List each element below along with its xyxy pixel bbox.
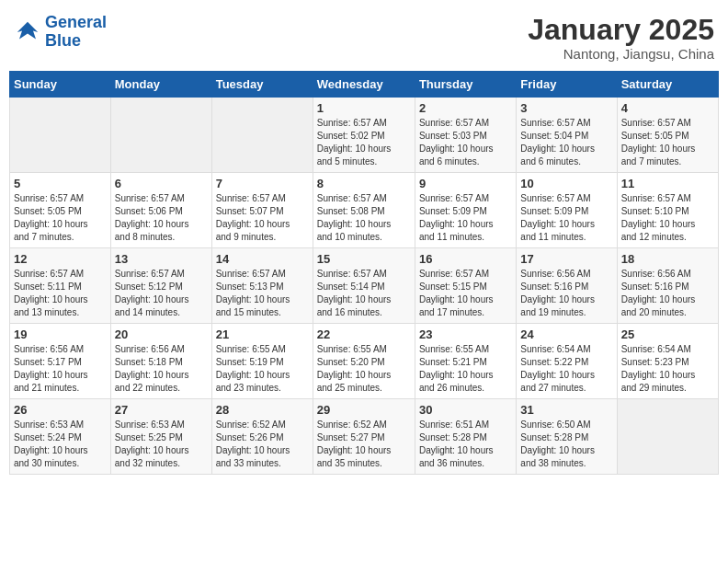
calendar-week-4: 19Sunrise: 6:56 AM Sunset: 5:17 PM Dayli…	[10, 324, 719, 399]
day-number: 30	[419, 403, 512, 417]
day-number: 7	[216, 177, 309, 190]
calendar-week-5: 26Sunrise: 6:53 AM Sunset: 5:24 PM Dayli…	[10, 399, 719, 475]
day-number: 3	[520, 101, 612, 115]
day-number: 11	[621, 177, 714, 190]
calendar-cell: 20Sunrise: 6:56 AM Sunset: 5:18 PM Dayli…	[110, 324, 211, 399]
day-number: 6	[115, 177, 208, 190]
day-info: Sunrise: 6:57 AM Sunset: 5:03 PM Dayligh…	[419, 117, 512, 168]
day-number: 21	[216, 327, 309, 341]
calendar-cell: 4Sunrise: 6:57 AM Sunset: 5:05 PM Daylig…	[617, 98, 718, 173]
day-number: 15	[317, 252, 411, 266]
calendar-cell: 14Sunrise: 6:57 AM Sunset: 5:13 PM Dayli…	[211, 248, 313, 324]
day-info: Sunrise: 6:57 AM Sunset: 5:12 PM Dayligh…	[115, 268, 208, 319]
day-info: Sunrise: 6:56 AM Sunset: 5:16 PM Dayligh…	[520, 268, 612, 319]
day-info: Sunrise: 6:57 AM Sunset: 5:15 PM Dayligh…	[419, 268, 512, 319]
day-number: 12	[14, 252, 107, 266]
day-number: 23	[419, 327, 512, 341]
day-info: Sunrise: 6:52 AM Sunset: 5:26 PM Dayligh…	[216, 419, 309, 470]
day-info: Sunrise: 6:57 AM Sunset: 5:06 PM Dayligh…	[115, 192, 208, 244]
calendar-cell: 2Sunrise: 6:57 AM Sunset: 5:03 PM Daylig…	[415, 98, 516, 173]
day-number: 18	[621, 252, 714, 266]
day-info: Sunrise: 6:53 AM Sunset: 5:24 PM Dayligh…	[14, 419, 107, 470]
calendar-cell: 30Sunrise: 6:51 AM Sunset: 5:28 PM Dayli…	[415, 399, 516, 475]
day-info: Sunrise: 6:57 AM Sunset: 5:08 PM Dayligh…	[317, 192, 411, 244]
day-info: Sunrise: 6:57 AM Sunset: 5:05 PM Dayligh…	[621, 117, 714, 168]
day-number: 29	[317, 403, 411, 417]
day-number: 10	[520, 177, 612, 190]
calendar-cell: 12Sunrise: 6:57 AM Sunset: 5:11 PM Dayli…	[10, 248, 111, 324]
calendar-cell: 15Sunrise: 6:57 AM Sunset: 5:14 PM Dayli…	[313, 248, 415, 324]
day-info: Sunrise: 6:50 AM Sunset: 5:28 PM Dayligh…	[520, 419, 612, 470]
day-info: Sunrise: 6:56 AM Sunset: 5:17 PM Dayligh…	[14, 343, 107, 395]
title-block: January 2025 Nantong, Jiangsu, China	[528, 14, 714, 62]
day-number: 19	[14, 327, 107, 341]
col-header-tuesday: Tuesday	[211, 72, 313, 98]
day-info: Sunrise: 6:55 AM Sunset: 5:19 PM Dayligh…	[216, 343, 309, 395]
calendar-cell: 22Sunrise: 6:55 AM Sunset: 5:20 PM Dayli…	[313, 324, 415, 399]
day-info: Sunrise: 6:54 AM Sunset: 5:22 PM Dayligh…	[520, 343, 612, 395]
calendar-cell: 25Sunrise: 6:54 AM Sunset: 5:23 PM Dayli…	[617, 324, 718, 399]
day-number: 2	[419, 101, 512, 115]
col-header-thursday: Thursday	[415, 72, 516, 98]
day-info: Sunrise: 6:55 AM Sunset: 5:21 PM Dayligh…	[419, 343, 512, 395]
calendar-cell: 17Sunrise: 6:56 AM Sunset: 5:16 PM Dayli…	[517, 248, 617, 324]
calendar-cell: 19Sunrise: 6:56 AM Sunset: 5:17 PM Dayli…	[10, 324, 111, 399]
day-info: Sunrise: 6:51 AM Sunset: 5:28 PM Dayligh…	[419, 419, 512, 470]
calendar-cell: 26Sunrise: 6:53 AM Sunset: 5:24 PM Dayli…	[10, 399, 111, 475]
day-number: 22	[317, 327, 411, 341]
day-info: Sunrise: 6:54 AM Sunset: 5:23 PM Dayligh…	[621, 343, 714, 395]
day-info: Sunrise: 6:55 AM Sunset: 5:20 PM Dayligh…	[317, 343, 411, 395]
page-header: General Blue January 2025 Nantong, Jiang…	[9, 9, 719, 62]
day-info: Sunrise: 6:57 AM Sunset: 5:05 PM Dayligh…	[14, 192, 107, 244]
calendar-cell	[10, 98, 111, 173]
logo-icon	[14, 18, 41, 46]
logo: General Blue	[14, 14, 107, 51]
day-info: Sunrise: 6:57 AM Sunset: 5:04 PM Dayligh…	[520, 117, 612, 168]
day-number: 13	[115, 252, 208, 266]
calendar-cell: 16Sunrise: 6:57 AM Sunset: 5:15 PM Dayli…	[415, 248, 516, 324]
calendar-cell: 27Sunrise: 6:53 AM Sunset: 5:25 PM Dayli…	[110, 399, 211, 475]
calendar-cell: 21Sunrise: 6:55 AM Sunset: 5:19 PM Dayli…	[211, 324, 313, 399]
day-number: 26	[14, 403, 107, 417]
calendar-cell: 6Sunrise: 6:57 AM Sunset: 5:06 PM Daylig…	[110, 173, 211, 248]
day-number: 16	[419, 252, 512, 266]
calendar-cell: 11Sunrise: 6:57 AM Sunset: 5:10 PM Dayli…	[617, 173, 718, 248]
day-info: Sunrise: 6:57 AM Sunset: 5:11 PM Dayligh…	[14, 268, 107, 319]
calendar-header-row: SundayMondayTuesdayWednesdayThursdayFrid…	[10, 72, 719, 98]
calendar-cell: 10Sunrise: 6:57 AM Sunset: 5:09 PM Dayli…	[517, 173, 617, 248]
calendar-cell: 9Sunrise: 6:57 AM Sunset: 5:09 PM Daylig…	[415, 173, 516, 248]
day-number: 27	[115, 403, 208, 417]
logo-text: General Blue	[45, 14, 107, 51]
day-number: 20	[115, 327, 208, 341]
col-header-wednesday: Wednesday	[313, 72, 415, 98]
calendar-cell: 5Sunrise: 6:57 AM Sunset: 5:05 PM Daylig…	[10, 173, 111, 248]
day-info: Sunrise: 6:57 AM Sunset: 5:10 PM Dayligh…	[621, 192, 714, 244]
day-info: Sunrise: 6:57 AM Sunset: 5:14 PM Dayligh…	[317, 268, 411, 319]
day-number: 5	[14, 177, 107, 190]
col-header-friday: Friday	[517, 72, 617, 98]
calendar-cell: 1Sunrise: 6:57 AM Sunset: 5:02 PM Daylig…	[313, 98, 415, 173]
calendar-week-2: 5Sunrise: 6:57 AM Sunset: 5:05 PM Daylig…	[10, 173, 719, 248]
calendar-cell: 31Sunrise: 6:50 AM Sunset: 5:28 PM Dayli…	[517, 399, 617, 475]
day-info: Sunrise: 6:57 AM Sunset: 5:09 PM Dayligh…	[520, 192, 612, 244]
day-info: Sunrise: 6:53 AM Sunset: 5:25 PM Dayligh…	[115, 419, 208, 470]
calendar-cell: 29Sunrise: 6:52 AM Sunset: 5:27 PM Dayli…	[313, 399, 415, 475]
calendar-week-3: 12Sunrise: 6:57 AM Sunset: 5:11 PM Dayli…	[10, 248, 719, 324]
svg-marker-0	[17, 22, 39, 40]
day-number: 8	[317, 177, 411, 190]
day-number: 31	[520, 403, 612, 417]
day-info: Sunrise: 6:52 AM Sunset: 5:27 PM Dayligh…	[317, 419, 411, 470]
location: Nantong, Jiangsu, China	[528, 46, 714, 62]
day-info: Sunrise: 6:56 AM Sunset: 5:16 PM Dayligh…	[621, 268, 714, 319]
calendar-cell: 28Sunrise: 6:52 AM Sunset: 5:26 PM Dayli…	[211, 399, 313, 475]
calendar-cell: 18Sunrise: 6:56 AM Sunset: 5:16 PM Dayli…	[617, 248, 718, 324]
day-number: 24	[520, 327, 612, 341]
calendar-cell: 23Sunrise: 6:55 AM Sunset: 5:21 PM Dayli…	[415, 324, 516, 399]
day-info: Sunrise: 6:57 AM Sunset: 5:09 PM Dayligh…	[419, 192, 512, 244]
col-header-saturday: Saturday	[617, 72, 718, 98]
day-number: 25	[621, 327, 714, 341]
col-header-monday: Monday	[110, 72, 211, 98]
day-number: 9	[419, 177, 512, 190]
col-header-sunday: Sunday	[10, 72, 111, 98]
calendar-cell: 13Sunrise: 6:57 AM Sunset: 5:12 PM Dayli…	[110, 248, 211, 324]
